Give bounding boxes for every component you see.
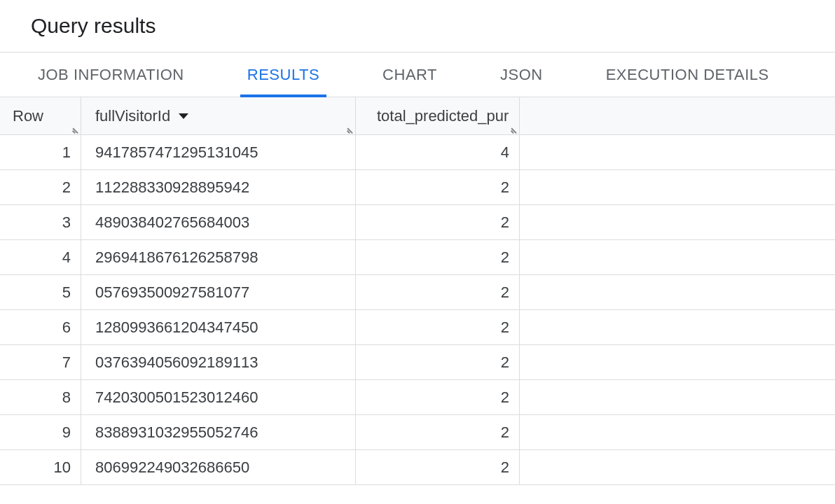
cell-total-predicted-purchases: 2: [356, 380, 520, 414]
cell-fullvisitorid: 057693500927581077: [81, 275, 356, 309]
table-row: 50576935009275810772: [0, 275, 835, 310]
column-header-label: fullVisitorId: [95, 107, 170, 125]
cell-total-predicted-purchases: 2: [356, 450, 520, 484]
column-header-row[interactable]: Row: [0, 97, 81, 134]
cell-total-predicted-purchases: 4: [356, 135, 520, 169]
table-row: 21122883309288959422: [0, 170, 835, 205]
tab-execution-details[interactable]: EXECUTION DETAILS: [599, 52, 776, 97]
cell-fullvisitorid: 9417857471295131045: [81, 135, 356, 169]
title-bar: Query results: [0, 0, 835, 52]
cell-total-predicted-purchases: 2: [356, 170, 520, 204]
tab-json[interactable]: JSON: [493, 52, 550, 97]
table-header-row: Row fullVisitorId total_predicted_purcha…: [0, 97, 835, 135]
tab-chart[interactable]: CHART: [375, 52, 444, 97]
table-row: 34890384027656840032: [0, 205, 835, 240]
tabs: JOB INFORMATION RESULTS CHART JSON EXECU…: [0, 52, 835, 97]
cell-row-number: 1: [0, 135, 81, 169]
cell-total-predicted-purchases: 2: [356, 275, 520, 309]
table-row: 194178574712951310454: [0, 135, 835, 170]
table-row: 874203005015230124602: [0, 380, 835, 415]
column-header-fullvisitorid[interactable]: fullVisitorId: [81, 97, 356, 134]
tab-job-information[interactable]: JOB INFORMATION: [31, 52, 191, 97]
cell-fullvisitorid: 806992249032686650: [81, 450, 356, 484]
cell-row-number: 4: [0, 240, 81, 274]
table-row: 429694186761262587982: [0, 240, 835, 275]
page-title: Query results: [31, 14, 835, 38]
tab-results[interactable]: RESULTS: [240, 52, 326, 97]
cell-fullvisitorid: 0376394056092189113: [81, 345, 356, 379]
table-row: 612809936612043474502: [0, 310, 835, 345]
cell-fullvisitorid: 8388931032955052746: [81, 415, 356, 449]
cell-fullvisitorid: 7420300501523012460: [81, 380, 356, 414]
cell-row-number: 7: [0, 345, 81, 379]
cell-row-number: 6: [0, 310, 81, 344]
table-row: 108069922490326866502: [0, 450, 835, 485]
cell-total-predicted-purchases: 2: [356, 310, 520, 344]
table-row: 703763940560921891132: [0, 345, 835, 380]
cell-row-number: 10: [0, 450, 81, 484]
cell-fullvisitorid: 1280993661204347450: [81, 310, 356, 344]
cell-row-number: 3: [0, 205, 81, 239]
cell-total-predicted-purchases: 2: [356, 240, 520, 274]
cell-total-predicted-purchases: 2: [356, 415, 520, 449]
resize-handle-icon[interactable]: [71, 125, 79, 133]
column-header-label: Row: [13, 107, 43, 125]
column-header-total-predicted-purchases[interactable]: total_predicted_purchases: [356, 97, 520, 134]
cell-row-number: 5: [0, 275, 81, 309]
resize-handle-icon[interactable]: [509, 125, 518, 133]
sort-descending-icon[interactable]: [179, 113, 188, 119]
cell-row-number: 8: [0, 380, 81, 414]
table-row: 983889310329550527462: [0, 415, 835, 450]
column-header-label: total_predicted_purchases: [377, 107, 509, 125]
cell-fullvisitorid: 489038402765684003: [81, 205, 356, 239]
cell-total-predicted-purchases: 2: [356, 345, 520, 379]
cell-row-number: 9: [0, 415, 81, 449]
cell-fullvisitorid: 112288330928895942: [81, 170, 356, 204]
cell-total-predicted-purchases: 2: [356, 205, 520, 239]
cell-row-number: 2: [0, 170, 81, 204]
cell-fullvisitorid: 2969418676126258798: [81, 240, 356, 274]
results-table: Row fullVisitorId total_predicted_purcha…: [0, 97, 835, 485]
resize-handle-icon[interactable]: [345, 125, 354, 133]
